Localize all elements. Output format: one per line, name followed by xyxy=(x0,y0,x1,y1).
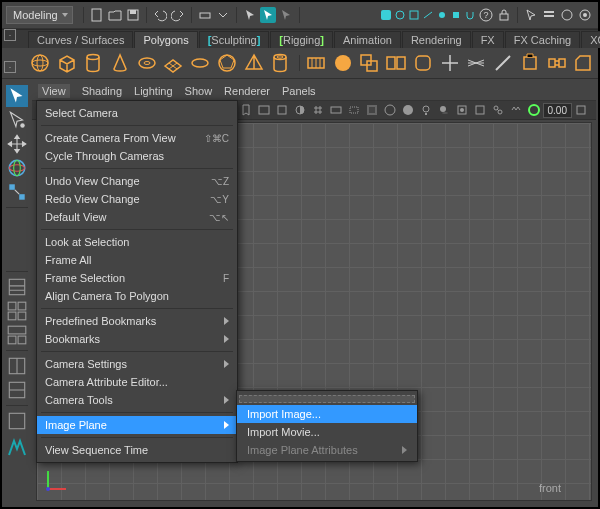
menu-item-bookmarks[interactable]: Bookmarks xyxy=(37,330,237,348)
bevel-icon[interactable] xyxy=(571,51,595,75)
undo-icon[interactable] xyxy=(152,7,168,23)
bookmark-icon[interactable] xyxy=(239,103,253,117)
chevron-down-icon[interactable] xyxy=(215,7,231,23)
poly-plane-icon[interactable] xyxy=(162,51,186,75)
shadows-icon[interactable] xyxy=(437,103,451,117)
magnet-icon[interactable] xyxy=(464,9,476,21)
move-tool[interactable] xyxy=(6,133,28,155)
panel-menu-show[interactable]: Show xyxy=(185,85,213,97)
render-settings-icon[interactable] xyxy=(577,7,593,23)
selection-mode-component-icon[interactable] xyxy=(278,7,294,23)
tab-rendering[interactable]: Rendering xyxy=(402,31,471,48)
twosided-icon[interactable] xyxy=(293,103,307,117)
film-gate-icon[interactable] xyxy=(329,103,343,117)
tab-xgen[interactable]: XGen xyxy=(581,31,600,48)
menu-item-cycle-through-cameras[interactable]: Cycle Through Cameras xyxy=(37,147,237,165)
svg-icon[interactable] xyxy=(331,51,355,75)
renderer-toggle-icon[interactable] xyxy=(527,103,541,117)
panel-menu-panels[interactable]: Panels xyxy=(282,85,316,97)
cursor-icon[interactable] xyxy=(523,7,539,23)
sculpt-icon[interactable] xyxy=(491,51,515,75)
menu-item-create-camera-from-view[interactable]: Create Camera From View⇧⌘C xyxy=(37,129,237,147)
tab-fxcaching[interactable]: FX Caching xyxy=(505,31,580,48)
select-tool[interactable] xyxy=(6,85,28,107)
menu-item-look-at-selection[interactable]: Look at Selection xyxy=(37,233,237,251)
mode-selector[interactable]: Modeling xyxy=(6,6,73,24)
gamma-icon[interactable] xyxy=(574,103,588,117)
open-folder-icon[interactable] xyxy=(107,7,123,23)
tab-rigging[interactable]: [Rigging] xyxy=(270,31,333,48)
poly-cube-icon[interactable] xyxy=(55,51,79,75)
redo-icon[interactable] xyxy=(170,7,186,23)
snap-grid-icon[interactable] xyxy=(380,9,392,21)
poly-sphere-icon[interactable] xyxy=(28,51,52,75)
shelf-tab-toggle[interactable]: · xyxy=(4,61,16,73)
poly-pipe-icon[interactable] xyxy=(268,51,292,75)
extrude-icon[interactable] xyxy=(518,51,542,75)
res-gate-icon[interactable] xyxy=(347,103,361,117)
separate-icon[interactable] xyxy=(384,51,408,75)
panel-layout-3-icon[interactable] xyxy=(6,410,28,432)
render-icon[interactable] xyxy=(559,7,575,23)
bridge-icon[interactable] xyxy=(545,51,569,75)
help-icon[interactable]: ? xyxy=(478,7,494,23)
poly-disc-icon[interactable] xyxy=(188,51,212,75)
menu-item-image-plane[interactable]: Image Plane xyxy=(37,416,237,434)
gate-icon[interactable] xyxy=(275,103,289,117)
menu-item-align-camera-to-polygon[interactable]: Align Camera To Polygon xyxy=(37,287,237,305)
poly-torus-icon[interactable] xyxy=(135,51,159,75)
tab-polygons[interactable]: Polygons xyxy=(134,31,197,48)
new-file-icon[interactable] xyxy=(89,7,105,23)
snap-live-icon[interactable] xyxy=(436,9,448,21)
combine-icon[interactable] xyxy=(358,51,382,75)
save-icon[interactable] xyxy=(125,7,141,23)
snap-point-icon[interactable] xyxy=(408,9,420,21)
gate-mask-icon[interactable] xyxy=(365,103,379,117)
image-plane-toggle-icon[interactable] xyxy=(257,103,271,117)
menu-item-frame-selection[interactable]: Frame SelectionF xyxy=(37,269,237,287)
use-lights-icon[interactable] xyxy=(419,103,433,117)
menu-item-view-sequence-time[interactable]: View Sequence Time xyxy=(37,441,237,459)
xray-joints-icon[interactable] xyxy=(491,103,505,117)
mirror-icon[interactable] xyxy=(438,51,462,75)
menu-item-frame-all[interactable]: Frame All xyxy=(37,251,237,269)
submenu-tearoff[interactable] xyxy=(239,395,415,403)
subdiv-proxy-icon[interactable] xyxy=(464,51,488,75)
snap-view-icon[interactable] xyxy=(450,9,462,21)
tab-sculpting[interactable]: [Sculpting] xyxy=(199,31,270,48)
panel-menu-shading[interactable]: Shading xyxy=(82,85,122,97)
tab-animation[interactable]: Animation xyxy=(334,31,401,48)
grid-toggle-icon[interactable] xyxy=(311,103,325,117)
single-layout-icon[interactable] xyxy=(6,324,28,346)
snap-plane-icon[interactable] xyxy=(422,9,434,21)
menu-item-undo-view-change[interactable]: Undo View Change⌥Z xyxy=(37,172,237,190)
scale-tool[interactable] xyxy=(6,181,28,203)
shaded-icon[interactable] xyxy=(401,103,415,117)
isolate-icon[interactable] xyxy=(455,103,469,117)
menu-item-default-view[interactable]: Default View⌥↖ xyxy=(37,208,237,226)
menu-item-redo-view-change[interactable]: Redo View Change⌥Y xyxy=(37,190,237,208)
menu-item-predefined-bookmarks[interactable]: Predefined Bookmarks xyxy=(37,312,237,330)
selection-mode-object-icon[interactable] xyxy=(260,7,276,23)
wireframe-icon[interactable] xyxy=(383,103,397,117)
submenu-item-import-image[interactable]: Import Image... xyxy=(237,405,417,423)
selection-mode-icon[interactable] xyxy=(242,7,258,23)
expose-icon[interactable] xyxy=(509,103,523,117)
construction-history-icon[interactable] xyxy=(541,7,557,23)
panel-layout-2-icon[interactable] xyxy=(6,379,28,401)
poly-cone-icon[interactable] xyxy=(108,51,132,75)
smooth-icon[interactable] xyxy=(411,51,435,75)
panel-menu-lighting[interactable]: Lighting xyxy=(134,85,173,97)
menu-item-camera-tools[interactable]: Camera Tools xyxy=(37,391,237,409)
exposure-field[interactable]: 0.00 xyxy=(543,103,572,118)
collapse-toggle[interactable]: · xyxy=(4,29,16,41)
menu-item-camera-attribute-editor[interactable]: Camera Attribute Editor... xyxy=(37,373,237,391)
lock-icon[interactable] xyxy=(496,7,512,23)
xray-icon[interactable] xyxy=(473,103,487,117)
snap-curve-icon[interactable] xyxy=(394,9,406,21)
panel-menu-renderer[interactable]: Renderer xyxy=(224,85,270,97)
panel-layout-icon[interactable] xyxy=(6,355,28,377)
select-by-name-icon[interactable] xyxy=(197,7,213,23)
poly-type-icon[interactable] xyxy=(304,51,328,75)
menu-item-camera-settings[interactable]: Camera Settings xyxy=(37,355,237,373)
